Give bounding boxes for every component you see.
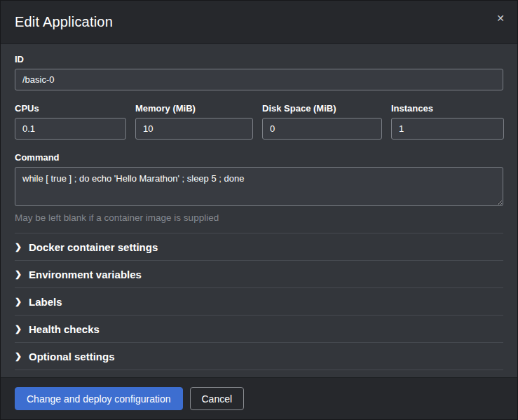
modal-body: ID CPUs Memory (MiB) Disk Space (MiB) In… — [1, 44, 517, 377]
chevron-right-icon: ❯ — [15, 351, 29, 361]
cpus-input[interactable] — [15, 118, 126, 140]
section-labels[interactable]: ❯ Labels — [15, 288, 503, 316]
section-label: Labels — [29, 296, 62, 308]
section-label: Optional settings — [29, 351, 115, 363]
section-label: Docker container settings — [29, 241, 158, 253]
modal-header: Edit Application ✕ — [1, 1, 517, 44]
command-label: Command — [15, 152, 503, 163]
disk-input[interactable] — [262, 118, 382, 140]
edit-application-modal: Edit Application ✕ ID CPUs Memory (MiB) … — [0, 0, 518, 420]
section-environment-variables[interactable]: ❯ Environment variables — [15, 261, 503, 288]
command-textarea[interactable]: while [ true ] ; do echo 'Hello Marathon… — [15, 167, 503, 206]
id-input[interactable] — [15, 69, 503, 90]
command-field-group: Command while [ true ] ; do echo 'Hello … — [15, 152, 503, 223]
id-field-group: ID — [15, 54, 503, 90]
section-docker-container-settings[interactable]: ❯ Docker container settings — [15, 233, 503, 261]
accordion-sections: ❯ Docker container settings ❯ Environmen… — [15, 233, 503, 370]
cpus-field-group: CPUs — [15, 103, 126, 140]
modal-title: Edit Application — [15, 14, 113, 30]
command-help-text: May be left blank if a container image i… — [15, 212, 503, 223]
disk-label: Disk Space (MiB) — [262, 103, 382, 114]
section-label: Environment variables — [29, 269, 142, 280]
disk-field-group: Disk Space (MiB) — [262, 103, 382, 140]
instances-field-group: Instances — [391, 103, 504, 140]
chevron-right-icon: ❯ — [15, 269, 29, 279]
change-and-deploy-button[interactable]: Change and deploy configuration — [15, 387, 183, 410]
chevron-right-icon: ❯ — [15, 324, 29, 334]
memory-label: Memory (MiB) — [135, 103, 253, 114]
memory-input[interactable] — [135, 118, 253, 140]
resources-row: CPUs Memory (MiB) Disk Space (MiB) Insta… — [15, 103, 503, 140]
id-label: ID — [15, 54, 503, 65]
instances-label: Instances — [391, 103, 504, 114]
memory-field-group: Memory (MiB) — [135, 103, 253, 140]
instances-input[interactable] — [391, 118, 504, 140]
chevron-right-icon: ❯ — [15, 242, 29, 252]
cancel-button[interactable]: Cancel — [190, 387, 245, 410]
cpus-label: CPUs — [15, 103, 126, 114]
section-health-checks[interactable]: ❯ Health checks — [15, 316, 503, 343]
section-optional-settings[interactable]: ❯ Optional settings — [15, 343, 503, 370]
close-icon[interactable]: ✕ — [493, 11, 507, 26]
modal-footer: Change and deploy configuration Cancel — [1, 377, 517, 419]
section-label: Health checks — [29, 323, 100, 335]
chevron-right-icon: ❯ — [15, 297, 29, 306]
